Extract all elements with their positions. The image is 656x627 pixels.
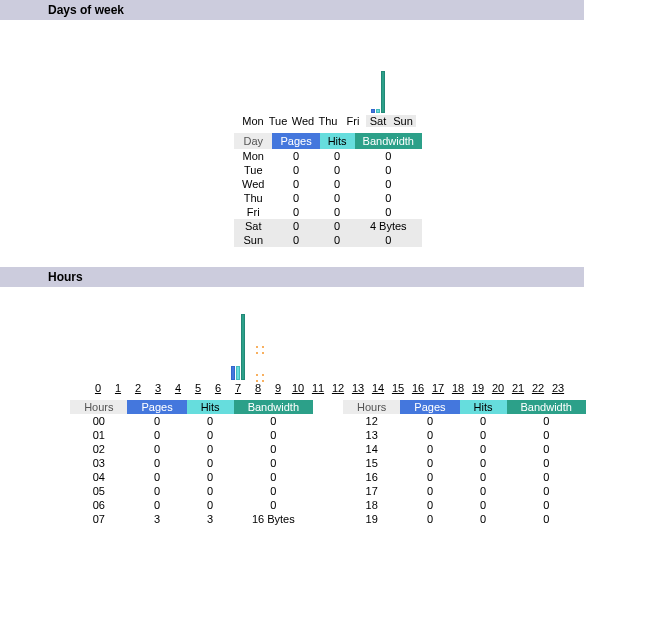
cell-bw: 4 Bytes (355, 219, 422, 233)
col-pages: Pages (272, 133, 319, 149)
cell-day: Mon (234, 149, 272, 163)
hours-bar-label[interactable]: 4 (168, 382, 188, 394)
cell-day: Sun (234, 233, 272, 247)
cell-pages: 0 (272, 219, 319, 233)
cell-hits: 0 (320, 163, 355, 177)
cell-hours: 02 (70, 442, 127, 456)
cell-bw: 0 (234, 428, 313, 442)
hours-section-header: Hours (0, 267, 656, 288)
cell-hits: 0 (460, 470, 507, 484)
hours-bar-label[interactable]: 0 (88, 382, 108, 394)
cell-hits: 0 (187, 498, 234, 512)
days-title: Days of week (48, 3, 124, 17)
cell-pages: 3 (127, 512, 186, 526)
hours-bar-label[interactable]: 17 (428, 382, 448, 394)
hours-bar-label[interactable]: 10 (288, 382, 308, 394)
hours-table-right: Hours Pages Hits Bandwidth 1200013000140… (343, 400, 586, 526)
days-chart: MonTueWedThuFriSatSun (0, 25, 656, 129)
days-bar-label: Tue (266, 115, 291, 127)
cell-pages: 0 (400, 414, 459, 428)
table-row: 01000 (70, 428, 313, 442)
cell-hours: 15 (343, 456, 400, 470)
table-row: 02000 (70, 442, 313, 456)
hours-bar-label[interactable]: 2 (128, 382, 148, 394)
cell-hits: 0 (187, 442, 234, 456)
col-bw-l: Bandwidth (234, 400, 313, 414)
cell-day: Thu (234, 191, 272, 205)
table-row: 00000 (70, 414, 313, 428)
col-pages-r: Pages (400, 400, 459, 414)
cell-bw: 0 (355, 205, 422, 219)
cell-pages: 0 (127, 456, 186, 470)
cell-bw: 0 (507, 442, 586, 456)
cell-hits: 0 (187, 456, 234, 470)
hours-bar-label[interactable]: 22 (528, 382, 548, 394)
cell-pages: 0 (127, 442, 186, 456)
cell-pages: 0 (127, 428, 186, 442)
hours-bar-label[interactable]: 14 (368, 382, 388, 394)
col-hits: Hits (320, 133, 355, 149)
hours-bar-label[interactable]: 11 (308, 382, 328, 394)
cell-hours: 06 (70, 498, 127, 512)
table-row: 18000 (343, 498, 586, 512)
hours-bar-label[interactable]: 6 (208, 382, 228, 394)
hours-bar-label[interactable]: 7 (228, 382, 248, 394)
cell-hits: 0 (320, 219, 355, 233)
hours-bar-label[interactable]: 13 (348, 382, 368, 394)
hours-bar-label[interactable]: 3 (148, 382, 168, 394)
hours-bar-label[interactable]: 23 (548, 382, 568, 394)
cell-pages: 0 (400, 484, 459, 498)
hours-bar-label[interactable]: 1 (108, 382, 128, 394)
cell-pages: 0 (127, 414, 186, 428)
hours-bar-label[interactable]: 20 (488, 382, 508, 394)
col-bw-r: Bandwidth (507, 400, 586, 414)
hours-bar-label[interactable]: 12 (328, 382, 348, 394)
cell-hours: 12 (343, 414, 400, 428)
hours-bar-label[interactable]: 5 (188, 382, 208, 394)
table-row: 15000 (343, 456, 586, 470)
col-hours-r: Hours (343, 400, 400, 414)
table-row: Sat004 Bytes (234, 219, 422, 233)
cell-hours: 01 (70, 428, 127, 442)
cell-bw: 0 (234, 470, 313, 484)
table-row: 19000 (343, 512, 586, 526)
cell-pages: 0 (272, 177, 319, 191)
hours-bar-label[interactable]: 9 (268, 382, 288, 394)
hours-bar-label[interactable]: 8 (248, 382, 268, 394)
cell-bw: 0 (355, 233, 422, 247)
days-table: Day Pages Hits Bandwidth Mon000Tue000Wed… (234, 133, 422, 247)
col-bw: Bandwidth (355, 133, 422, 149)
table-row: Tue000 (234, 163, 422, 177)
hours-tables-wrap: Hours Pages Hits Bandwidth 0000001000020… (0, 396, 656, 540)
cell-hours: 07 (70, 512, 127, 526)
hours-bar-label[interactable]: 19 (468, 382, 488, 394)
cell-hits: 3 (187, 512, 234, 526)
cell-bw: 0 (234, 442, 313, 456)
cell-pages: 0 (272, 233, 319, 247)
table-row: Wed000 (234, 177, 422, 191)
cell-hits: 0 (460, 456, 507, 470)
hours-bar-label[interactable]: 21 (508, 382, 528, 394)
cell-hours: 14 (343, 442, 400, 456)
cell-pages: 0 (272, 205, 319, 219)
table-row: 14000 (343, 442, 586, 456)
cell-hours: 18 (343, 498, 400, 512)
cell-pages: 0 (272, 163, 319, 177)
hours-bar-label[interactable]: 15 (388, 382, 408, 394)
table-row: 05000 (70, 484, 313, 498)
cell-hits: 0 (320, 191, 355, 205)
cell-bw: 0 (355, 163, 422, 177)
cell-pages: 0 (400, 470, 459, 484)
table-row: 13000 (343, 428, 586, 442)
cell-bw: 0 (507, 512, 586, 526)
hours-bar-slot (228, 314, 248, 380)
col-hits-l: Hits (187, 400, 234, 414)
hours-bar-label[interactable]: 16 (408, 382, 428, 394)
cell-hours: 03 (70, 456, 127, 470)
table-row: 17000 (343, 484, 586, 498)
table-row: 04000 (70, 470, 313, 484)
cell-bw: 16 Bytes (234, 512, 313, 526)
cell-bw: 0 (355, 191, 422, 205)
hours-bar-label[interactable]: 18 (448, 382, 468, 394)
cell-hits: 0 (320, 149, 355, 163)
